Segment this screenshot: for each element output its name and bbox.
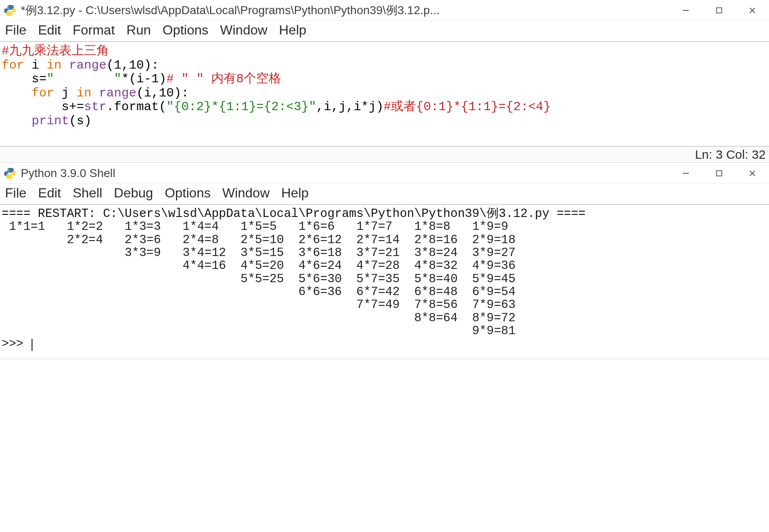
menu-file[interactable]: File — [5, 22, 27, 38]
code-keyword: in — [47, 58, 62, 72]
code-comment: # " " 内有8个空格 — [166, 72, 281, 86]
editor-titlebar: *例3.12.py - C:\Users\wlsd\AppData\Local\… — [0, 0, 769, 21]
menu-window[interactable]: Window — [222, 185, 270, 201]
code-builtin: range — [99, 86, 136, 100]
minimize-button[interactable] — [669, 0, 702, 21]
code-keyword: for — [32, 86, 54, 100]
shell-output-row: 8*8=64 8*9=72 — [2, 311, 516, 325]
shell-window-controls — [669, 163, 769, 184]
menu-file[interactable]: File — [5, 185, 27, 201]
code-text: (i,10): — [136, 86, 189, 100]
code-keyword: for — [2, 58, 24, 72]
editor-menubar: File Edit Format Run Options Window Help — [0, 21, 769, 42]
code-text: i — [24, 58, 47, 72]
python-icon — [2, 3, 17, 18]
code-text: .format( — [106, 100, 166, 114]
menu-options[interactable]: Options — [165, 185, 210, 201]
code-text: s+= — [62, 100, 84, 114]
shell-prompt[interactable]: >>> — [2, 337, 31, 351]
menu-help[interactable]: Help — [281, 185, 309, 201]
shell-output-row: 5*5=25 5*6=30 5*7=35 5*8=40 5*9=45 — [2, 272, 516, 286]
menu-help[interactable]: Help — [279, 22, 307, 38]
code-builtin: print — [32, 114, 69, 128]
editor-statusbar: Ln: 3 Col: 32 — [0, 146, 769, 163]
code-builtin: str — [84, 100, 106, 114]
code-text: s= — [32, 72, 47, 86]
menu-format[interactable]: Format — [73, 22, 115, 38]
maximize-button[interactable] — [702, 163, 736, 184]
editor-cursor-position: Ln: 3 Col: 32 — [695, 148, 766, 162]
shell-title: Python 3.9.0 Shell — [21, 167, 669, 180]
code-builtin: range — [69, 58, 106, 72]
code-text: (1,10): — [106, 58, 159, 72]
menu-options[interactable]: Options — [163, 22, 208, 38]
svg-rect-9 — [717, 170, 722, 176]
shell-output-area[interactable]: ==== RESTART: C:\Users\wlsd\AppData\Loca… — [0, 205, 769, 359]
code-text: j — [54, 86, 77, 100]
menu-edit[interactable]: Edit — [38, 22, 61, 38]
shell-restart-line: ==== RESTART: C:\Users\wlsd\AppData\Loca… — [2, 207, 586, 221]
editor-window: *例3.12.py - C:\Users\wlsd\AppData\Local\… — [0, 0, 769, 163]
code-text: *(i-1) — [121, 72, 166, 86]
code-text: ,i,j,i*j) — [316, 100, 383, 114]
code-keyword: in — [77, 86, 91, 100]
menu-window[interactable]: Window — [220, 22, 267, 38]
shell-cursor — [32, 339, 32, 351]
code-text — [91, 86, 99, 100]
maximize-button[interactable] — [702, 0, 736, 21]
menu-run[interactable]: Run — [126, 22, 151, 38]
code-string: " " — [47, 72, 121, 86]
shell-output-row: 7*7=49 7*8=56 7*9=63 — [2, 298, 516, 312]
code-indent — [2, 86, 32, 100]
code-comment: #九九乘法表上三角 — [2, 44, 109, 58]
close-button[interactable] — [736, 163, 769, 184]
svg-point-1 — [11, 14, 12, 15]
code-indent — [2, 100, 62, 114]
code-text — [62, 58, 69, 72]
code-indent — [2, 72, 32, 86]
shell-output-row: 3*3=9 3*4=12 3*5=15 3*6=18 3*7=21 3*8=24… — [2, 246, 516, 260]
minimize-button[interactable] — [669, 163, 702, 184]
code-comment: #或者{0:1}*{1:1}={2:<4} — [383, 100, 551, 114]
menu-debug[interactable]: Debug — [114, 185, 153, 201]
shell-menubar: File Edit Shell Debug Options Window Hel… — [0, 184, 769, 205]
shell-output-row: 1*1=1 1*2=2 1*3=3 1*4=4 1*5=5 1*6=6 1*7=… — [2, 220, 508, 234]
svg-rect-3 — [717, 7, 722, 13]
editor-window-controls — [669, 0, 769, 21]
python-icon — [2, 166, 17, 181]
shell-titlebar: Python 3.9.0 Shell — [0, 163, 769, 184]
svg-point-7 — [11, 177, 12, 177]
svg-point-6 — [7, 169, 8, 170]
svg-point-0 — [7, 6, 8, 7]
code-indent — [2, 114, 32, 128]
close-button[interactable] — [736, 0, 769, 21]
code-text: (s) — [69, 114, 91, 128]
shell-output-row: 9*9=81 — [2, 324, 516, 338]
shell-output-row: 6*6=36 6*7=42 6*8=48 6*9=54 — [2, 285, 516, 299]
editor-code-area[interactable]: #九九乘法表上三角 for i in range(1,10): s=" "*(i… — [0, 42, 769, 146]
editor-title: *例3.12.py - C:\Users\wlsd\AppData\Local\… — [21, 2, 669, 18]
menu-shell[interactable]: Shell — [73, 185, 102, 201]
shell-output-row: 2*2=4 2*3=6 2*4=8 2*5=10 2*6=12 2*7=14 2… — [2, 233, 516, 247]
menu-edit[interactable]: Edit — [38, 185, 61, 201]
shell-output-row: 4*4=16 4*5=20 4*6=24 4*7=28 4*8=32 4*9=3… — [2, 259, 516, 273]
shell-window: Python 3.9.0 Shell File Edit Shell Debug… — [0, 163, 769, 359]
code-string: "{0:2}*{1:1}={2:<3}" — [166, 100, 316, 114]
